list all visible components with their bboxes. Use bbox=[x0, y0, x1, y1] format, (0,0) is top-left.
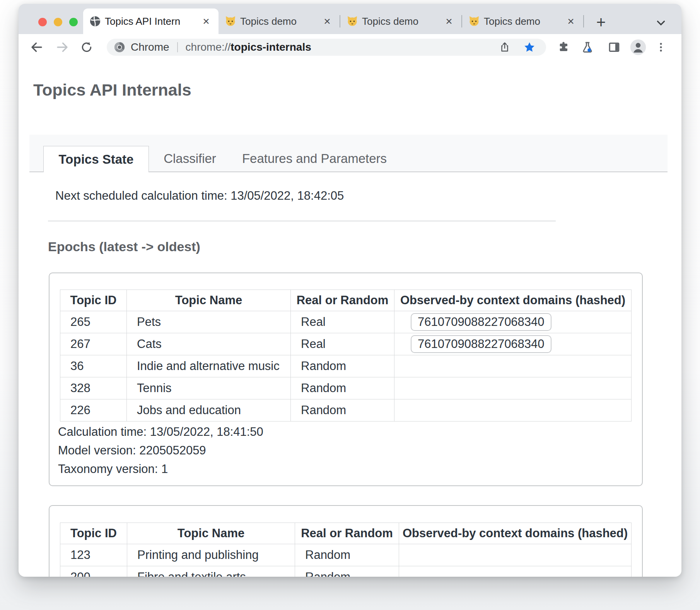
address-bar[interactable]: Chrome chrome://topics-internals bbox=[107, 39, 546, 56]
cell-topic-id: 226 bbox=[60, 399, 127, 422]
tab-close-icon[interactable]: × bbox=[565, 15, 577, 27]
tab-topics-state[interactable]: Topics State bbox=[43, 146, 149, 172]
cell-real-or-random: Random bbox=[291, 399, 394, 422]
browser-toolbar: Chrome chrome://topics-internals bbox=[19, 34, 681, 60]
url-scheme: chrome:// bbox=[186, 41, 231, 53]
cell-topic-name: Jobs and education bbox=[127, 399, 291, 422]
table-row: 328 Tennis Random bbox=[60, 377, 632, 399]
cell-topic-id: 36 bbox=[60, 355, 127, 377]
browser-tab-topics-internals[interactable]: Topics API Intern × bbox=[83, 9, 219, 34]
epoch-meta: Calculation time: 13/05/2022, 18:41:50 M… bbox=[58, 423, 263, 478]
col-header-topic-name: Topic Name bbox=[127, 523, 295, 544]
cell-observed-domains bbox=[399, 544, 632, 566]
cell-observed-domains bbox=[399, 566, 632, 577]
tab-title: Topics demo bbox=[484, 15, 561, 27]
col-header-real-or-random: Real or Random bbox=[291, 290, 394, 311]
cell-observed-domains bbox=[394, 355, 632, 377]
tab-search-chevron-icon[interactable] bbox=[652, 13, 670, 32]
hashed-domain-chip[interactable]: 7610709088227068340 bbox=[411, 313, 551, 331]
cell-real-or-random: Random bbox=[291, 355, 394, 377]
cell-observed-domains bbox=[394, 399, 632, 422]
address-engine-label: Chrome bbox=[131, 41, 169, 53]
tab-title: Topics API Intern bbox=[105, 15, 196, 27]
internals-globe-icon bbox=[89, 15, 101, 27]
tab-title: Topics demo bbox=[240, 15, 317, 27]
browser-tab-topics-demo-1[interactable]: Topics demo × bbox=[219, 9, 340, 34]
calculation-time-text: Calculation time: 13/05/2022, 18:41:50 bbox=[58, 423, 263, 441]
reload-icon[interactable] bbox=[77, 38, 96, 57]
forward-icon[interactable] bbox=[53, 38, 72, 57]
table-row: 123 Printing and publishing Random bbox=[60, 544, 632, 566]
cell-topic-name: Pets bbox=[127, 311, 291, 333]
share-icon[interactable] bbox=[499, 41, 510, 53]
back-icon[interactable] bbox=[27, 38, 46, 57]
page-title: Topics API Internals bbox=[33, 81, 191, 99]
url-host: topics-internals bbox=[230, 41, 311, 53]
cell-topic-name: Printing and publishing bbox=[127, 544, 295, 566]
browser-window: Topics API Intern × Topics demo × Topics… bbox=[19, 4, 681, 577]
cell-topic-id: 265 bbox=[60, 311, 127, 333]
cat-favicon-icon bbox=[347, 15, 358, 27]
tab-close-icon[interactable]: × bbox=[443, 15, 455, 27]
col-header-observed-domains: Observed-by context domains (hashed) bbox=[394, 290, 632, 311]
epochs-heading: Epochs (latest -> oldest) bbox=[48, 239, 200, 254]
browser-tab-topics-demo-3[interactable]: Topics demo × bbox=[462, 9, 583, 34]
epoch-table-older: Topic ID Topic Name Real or Random Obser… bbox=[60, 523, 632, 577]
window-minimize-button[interactable] bbox=[54, 18, 62, 26]
table-row: 36 Indie and alternative music Random bbox=[60, 355, 632, 377]
hashed-domain-chip[interactable]: 7610709088227068340 bbox=[411, 335, 551, 353]
table-row: 226 Jobs and education Random bbox=[60, 399, 632, 422]
cell-topic-id: 200 bbox=[60, 566, 127, 577]
col-header-real-or-random: Real or Random bbox=[295, 523, 399, 544]
menu-three-dots-icon[interactable] bbox=[652, 38, 670, 57]
browser-tab-strip: Topics API Intern × Topics demo × Topics… bbox=[19, 4, 681, 34]
cell-topic-name: Cats bbox=[127, 333, 291, 355]
col-header-topic-name: Topic Name bbox=[127, 290, 291, 311]
cell-topic-name: Indie and alternative music bbox=[127, 355, 291, 377]
table-header-row: Topic ID Topic Name Real or Random Obser… bbox=[60, 523, 632, 544]
side-panel-icon[interactable] bbox=[605, 38, 623, 57]
cell-observed-domains bbox=[394, 377, 632, 399]
cell-topic-name: Fibre and textile arts bbox=[127, 566, 295, 577]
cell-real-or-random: Random bbox=[295, 544, 399, 566]
epoch-table-latest: Topic ID Topic Name Real or Random Obser… bbox=[60, 290, 632, 422]
col-header-topic-id: Topic ID bbox=[60, 290, 127, 311]
address-separator bbox=[177, 42, 178, 52]
cell-topic-id: 267 bbox=[60, 333, 127, 355]
cell-real-or-random: Real bbox=[291, 311, 394, 333]
extensions-puzzle-icon[interactable] bbox=[554, 38, 573, 57]
next-calculation-time-text: Next scheduled calculation time: 13/05/2… bbox=[55, 189, 344, 203]
cell-topic-id: 123 bbox=[60, 544, 127, 566]
window-zoom-button[interactable] bbox=[69, 18, 78, 26]
table-row: 200 Fibre and textile arts Random bbox=[60, 566, 632, 577]
cell-real-or-random: Real bbox=[291, 333, 394, 355]
col-header-topic-id: Topic ID bbox=[60, 523, 127, 544]
browser-tab-topics-demo-2[interactable]: Topics demo × bbox=[340, 9, 461, 34]
tab-close-icon[interactable]: × bbox=[200, 15, 212, 27]
cell-observed-domains: 7610709088227068340 bbox=[394, 311, 632, 333]
chrome-logo-icon bbox=[114, 41, 125, 53]
taxonomy-version-text: Taxonomy version: 1 bbox=[58, 460, 263, 478]
cell-real-or-random: Random bbox=[295, 566, 399, 577]
cell-observed-domains: 7610709088227068340 bbox=[394, 333, 632, 355]
table-row: 267 Cats Real 7610709088227068340 bbox=[60, 333, 632, 355]
model-version-text: Model version: 2205052059 bbox=[58, 441, 263, 460]
cat-favicon-icon bbox=[225, 15, 236, 27]
profile-avatar-icon[interactable] bbox=[629, 38, 647, 57]
tab-close-icon[interactable]: × bbox=[321, 15, 333, 27]
table-header-row: Topic ID Topic Name Real or Random Obser… bbox=[60, 290, 632, 311]
col-header-observed-domains: Observed-by context domains (hashed) bbox=[399, 523, 632, 544]
window-close-button[interactable] bbox=[38, 18, 47, 26]
cell-real-or-random: Random bbox=[291, 377, 394, 399]
cat-favicon-icon bbox=[468, 15, 480, 27]
bookmark-star-icon[interactable] bbox=[524, 41, 535, 53]
table-row: 265 Pets Real 7610709088227068340 bbox=[60, 311, 632, 333]
tab-features-and-parameters[interactable]: Features and Parameters bbox=[235, 146, 394, 171]
tab-classifier[interactable]: Classifier bbox=[157, 146, 223, 171]
experiments-beaker-icon[interactable] bbox=[578, 38, 597, 57]
cell-topic-id: 328 bbox=[60, 377, 127, 399]
section-divider bbox=[48, 221, 556, 221]
cell-topic-name: Tennis bbox=[127, 377, 291, 399]
tab-title: Topics demo bbox=[362, 15, 439, 27]
new-tab-button[interactable]: + bbox=[592, 13, 610, 32]
